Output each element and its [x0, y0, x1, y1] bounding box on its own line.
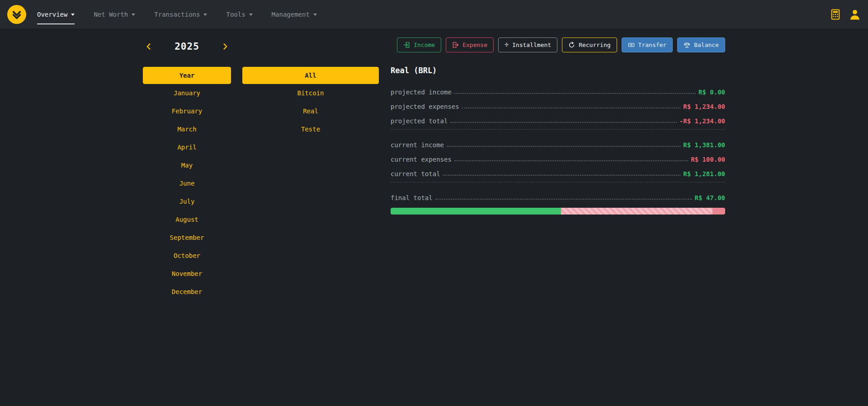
month-link-march[interactable]: March [143, 120, 231, 138]
dotted-leader [435, 199, 692, 200]
month-link-october[interactable]: October [143, 247, 231, 265]
main-content: 2025 Year January February March April M… [0, 29, 868, 301]
summary-row-current-expenses: current expenses R$ 100.00 [391, 151, 725, 163]
row-label: current income [391, 141, 444, 149]
income-filter-label: Income [414, 42, 435, 48]
month-list: January February March April May June Ju… [143, 84, 231, 301]
recurring-filter-label: Recurring [579, 42, 610, 48]
nav-net-worth[interactable]: Net Worth [94, 8, 135, 21]
row-value: R$ 1,381.00 [683, 141, 725, 149]
balance-filter-button[interactable]: Balance [677, 37, 725, 52]
year-navigation: 2025 [143, 37, 231, 56]
nav-transactions[interactable]: Transactions [154, 8, 207, 21]
month-link-december[interactable]: December [143, 283, 231, 301]
summary-row-current-income: current income R$ 1,381.00 [391, 137, 725, 149]
box-arrow-right-icon [452, 42, 459, 48]
year-label: 2025 [175, 41, 199, 52]
repeat-icon [568, 42, 575, 48]
dotted-leader [443, 175, 681, 176]
nav-tools[interactable]: Tools [226, 8, 252, 21]
prev-year-button[interactable] [144, 40, 154, 53]
wallet-list: Bitcoin Real Teste [242, 84, 379, 138]
wallet-selector: All Bitcoin Real Teste [242, 37, 379, 301]
calculator-icon[interactable] [830, 9, 841, 20]
chevron-right-icon [222, 42, 228, 51]
month-link-november[interactable]: November [143, 265, 231, 283]
caret-down-icon [313, 14, 317, 16]
month-link-august[interactable]: August [143, 210, 231, 229]
row-value: R$ 47.00 [695, 194, 725, 201]
month-link-july[interactable]: July [143, 192, 231, 210]
summary-row-projected-income: projected income R$ 0.00 [391, 84, 725, 96]
box-arrow-in-right-icon [403, 42, 410, 48]
caret-down-icon [71, 14, 75, 16]
nav-overview[interactable]: Overview [37, 8, 75, 21]
month-link-may[interactable]: May [143, 156, 231, 174]
nav-overview-label: Overview [37, 11, 67, 18]
installment-filter-button[interactable]: ÷ Installment [498, 37, 557, 52]
expense-filter-button[interactable]: Expense [446, 37, 494, 52]
section-divider [391, 129, 725, 130]
month-link-january[interactable]: January [143, 84, 231, 102]
summary-row-final-total: final total R$ 47.00 [391, 190, 725, 201]
all-wallets-button[interactable]: All [242, 67, 379, 84]
nav-net-worth-label: Net Worth [94, 11, 128, 18]
period-selector: 2025 Year January February March April M… [143, 37, 231, 301]
app-logo[interactable] [7, 5, 26, 24]
summary-row-current-total: current total R$ 1,281.00 [391, 166, 725, 177]
transfer-filter-label: Transfer [638, 42, 667, 48]
main-nav: Overview Net Worth Transactions Tools Ma… [37, 8, 317, 21]
section-divider [391, 182, 725, 182]
dotted-leader [450, 122, 676, 123]
wallet-link-teste[interactable]: Teste [242, 120, 379, 138]
row-value: R$ 1,281.00 [683, 170, 725, 177]
summary-row-projected-expenses: projected expenses R$ 1,234.00 [391, 98, 725, 110]
caret-down-icon [132, 14, 135, 16]
nav-tools-label: Tools [226, 11, 245, 18]
nav-management[interactable]: Management [272, 8, 317, 21]
dotted-leader [454, 93, 696, 94]
nav-management-label: Management [272, 11, 310, 18]
nav-transactions-label: Transactions [154, 11, 200, 18]
scales-icon [684, 42, 690, 48]
summary-panel: Income Expense ÷ Installment Recurring [391, 37, 725, 301]
user-icon[interactable] [849, 9, 861, 20]
next-year-button[interactable] [220, 40, 230, 53]
divide-icon: ÷ [505, 42, 509, 48]
row-value: R$ 100.00 [691, 156, 725, 163]
row-label: projected expenses [391, 103, 459, 110]
row-label: projected total [391, 117, 448, 125]
row-label: projected income [391, 89, 452, 96]
month-link-september[interactable]: September [143, 229, 231, 247]
wallet-link-real[interactable]: Real [242, 102, 379, 120]
row-value: -R$ 1,234.00 [679, 117, 725, 125]
budget-progress-bar [391, 208, 725, 215]
summary-row-projected-total: projected total -R$ 1,234.00 [391, 113, 725, 125]
wallet-selector-spacer [242, 37, 379, 56]
progress-income-segment [391, 208, 561, 215]
cash-icon [628, 42, 635, 48]
recurring-filter-button[interactable]: Recurring [562, 37, 617, 52]
row-value: R$ 0.00 [698, 89, 725, 96]
navbar-right [830, 9, 861, 20]
currency-title: Real (BRL) [391, 66, 725, 75]
row-label: current total [391, 170, 440, 177]
wallet-link-bitcoin[interactable]: Bitcoin [242, 84, 379, 102]
transfer-filter-button[interactable]: Transfer [622, 37, 673, 52]
month-link-june[interactable]: June [143, 174, 231, 192]
row-label: current expenses [391, 156, 452, 163]
transaction-filters: Income Expense ÷ Installment Recurring [391, 37, 725, 52]
navbar: Overview Net Worth Transactions Tools Ma… [0, 0, 868, 29]
caret-down-icon [203, 14, 207, 16]
caret-down-icon [249, 14, 253, 16]
month-link-february[interactable]: February [143, 102, 231, 120]
installment-filter-label: Installment [512, 42, 551, 48]
year-button[interactable]: Year [143, 67, 231, 84]
progress-expense-striped-segment [561, 208, 712, 215]
income-filter-button[interactable]: Income [397, 37, 441, 52]
dotted-leader [462, 107, 681, 108]
month-link-april[interactable]: April [143, 138, 231, 156]
double-chevron-logo-icon [11, 9, 23, 20]
dotted-leader [447, 146, 680, 147]
progress-expense-solid-segment [712, 208, 725, 215]
